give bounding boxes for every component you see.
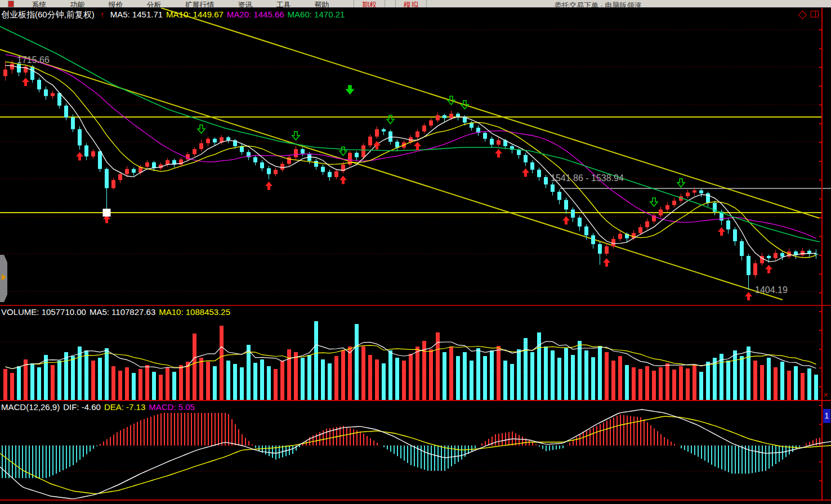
- candle-body: [618, 234, 622, 239]
- volume-bar: [395, 358, 399, 400]
- diamond-icon[interactable]: [798, 11, 807, 20]
- menu-button-1[interactable]: 模拟: [395, 0, 427, 8]
- volume-bar: [726, 361, 730, 400]
- trend-up-arrow-icon: ↑: [100, 10, 105, 19]
- buy-arrow-icon: [265, 182, 272, 190]
- volume-bar: [274, 369, 278, 400]
- expand-arrow-icon: [2, 274, 6, 281]
- volume-bar: [3, 369, 7, 400]
- sell-arrow-icon: [650, 198, 658, 206]
- volume-bar: [679, 366, 683, 400]
- candle-body: [84, 146, 88, 157]
- volume-bar: [443, 352, 446, 400]
- candle-body: [774, 253, 778, 258]
- menu-item-7[interactable]: 帮助: [302, 0, 341, 8]
- volume-bar: [578, 341, 582, 400]
- candle-body: [368, 137, 372, 146]
- menu-item-1[interactable]: 功能: [58, 0, 96, 8]
- volume-bar: [524, 338, 528, 400]
- candle-body: [328, 172, 332, 177]
- candle-body: [395, 142, 399, 147]
- volume-bar: [801, 373, 805, 400]
- candle-body: [78, 129, 82, 146]
- trading-app-window: { "app": { "menu_items": ["系统","功能","报价"…: [0, 0, 831, 504]
- chart-canvas[interactable]: [0, 0, 831, 504]
- axis-collapse-icon[interactable]: ✕: [823, 392, 828, 399]
- buy-arrow-icon: [603, 258, 610, 267]
- candle-body: [591, 235, 595, 244]
- candle-body: [274, 170, 278, 174]
- candle-body: [64, 106, 68, 118]
- volume-bar: [213, 366, 217, 400]
- volume-bar: [652, 371, 656, 400]
- volume-bar: [483, 356, 487, 400]
- volume-bar: [240, 367, 244, 400]
- indicator-page-badge[interactable]: 1: [823, 409, 830, 423]
- volume-bar: [530, 352, 534, 400]
- menu-bar: 系统功能报价分析扩展行情资讯工具帮助 期权模拟 委托交易下单 · 电脑版领涨: [0, 0, 831, 8]
- candle-body: [490, 139, 494, 145]
- candle-body: [659, 209, 663, 215]
- ma-label-3: MA60: 1470.21: [288, 10, 345, 19]
- candle-body: [334, 171, 338, 177]
- sidebar-expand-handle[interactable]: [0, 255, 7, 302]
- candle-body: [294, 149, 298, 157]
- volume-bar: [220, 326, 224, 400]
- volume-bar: [807, 368, 811, 400]
- candle-body: [605, 246, 609, 254]
- candle-body: [571, 209, 575, 217]
- window-icon[interactable]: [811, 11, 819, 17]
- candle-body: [416, 132, 419, 137]
- candle-body: [645, 221, 649, 227]
- volume-bar: [733, 350, 737, 400]
- menu-item-2[interactable]: 报价: [96, 0, 135, 8]
- candle-body: [111, 180, 115, 188]
- volume-bar: [233, 364, 237, 400]
- candle-body: [132, 169, 136, 173]
- menu-item-5[interactable]: 资讯: [226, 0, 264, 8]
- buy-arrow-icon: [562, 216, 570, 224]
- candle-body: [747, 256, 750, 275]
- volume-bar: [692, 365, 696, 400]
- candle-body: [699, 190, 703, 193]
- menu-item-0[interactable]: 系统: [20, 0, 58, 8]
- volume-bar: [301, 358, 305, 400]
- candle-body: [213, 139, 217, 143]
- volume-bar: [497, 346, 501, 400]
- volume-bar: [253, 363, 257, 400]
- volume-bar: [449, 346, 453, 400]
- ma-label-1: MA10: 1449.67: [166, 10, 224, 19]
- volume-bar: [375, 359, 379, 400]
- menu-item-4[interactable]: 扩展行情: [173, 0, 226, 8]
- candle-body: [733, 230, 737, 241]
- volume-bar: [787, 371, 791, 400]
- volume-bar: [470, 361, 473, 400]
- volume-bar: [814, 375, 818, 400]
- volume-bar: [84, 350, 88, 400]
- buy-arrow-icon: [414, 142, 421, 150]
- candle-body: [726, 220, 730, 230]
- ma20-line: [6, 55, 816, 238]
- volume-bar: [138, 369, 142, 400]
- volume-bar: [193, 334, 196, 400]
- volume-bar: [537, 332, 541, 400]
- candle-body: [355, 153, 359, 158]
- volume-bar: [334, 356, 338, 400]
- menu-item-3[interactable]: 分析: [135, 0, 173, 8]
- menu-button-0[interactable]: 期权: [354, 0, 385, 8]
- volume-bar: [57, 361, 61, 400]
- volume-bar: [226, 361, 230, 400]
- menu-item-6[interactable]: 工具: [264, 0, 302, 8]
- candle-body: [199, 143, 203, 149]
- candle-body: [767, 256, 771, 258]
- menu-right-text[interactable]: 委托交易下单 · 电脑版领涨: [555, 1, 642, 8]
- candle-body: [98, 151, 102, 169]
- candle-body: [780, 253, 784, 257]
- volume-bar: [490, 350, 494, 400]
- volume-bar: [125, 367, 129, 400]
- volume-bar: [429, 349, 433, 400]
- volume-bar: [30, 363, 34, 400]
- candle-body: [382, 129, 386, 132]
- buy-arrow-icon: [339, 176, 347, 184]
- volume-bar: [740, 356, 744, 400]
